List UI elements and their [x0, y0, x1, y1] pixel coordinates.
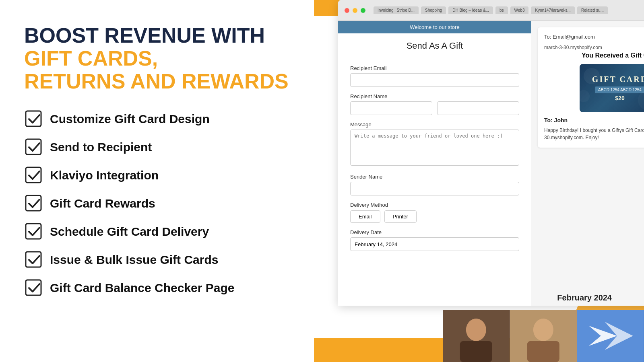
email-message: Happy Birthday! I bought you a Giftys Gi… — [544, 127, 644, 141]
thumbnail-person-2 — [510, 310, 577, 362]
checklist-label-klaviyo: Klaviyo Integration — [50, 169, 159, 182]
sender-name-input[interactable] — [350, 182, 519, 195]
headline-orange-2: RETURNS AND REWARDS — [24, 70, 289, 93]
browser-bar: Invoicing | Stripe D... Shopping DH Blog… — [338, 0, 644, 21]
check-icon — [24, 166, 43, 185]
svg-point-11 — [584, 68, 600, 84]
svg-rect-1 — [26, 139, 41, 154]
email-store-url: march-3-30.myshopify.com — [544, 45, 644, 50]
tab-shopping[interactable]: Shopping — [421, 6, 446, 14]
check-icon — [24, 194, 43, 213]
list-item: Issue & Bulk Issue Gift Cards — [24, 250, 290, 269]
email-card-title: You Received a Gift Card — [544, 52, 644, 59]
checklist-label-send: Send to Recipient — [50, 140, 152, 154]
svg-point-12 — [638, 90, 644, 110]
check-icon — [24, 222, 43, 241]
list-item: Gift Card Rewards — [24, 194, 290, 213]
tab-kyon[interactable]: Kyon147/laravel-s... — [531, 6, 574, 14]
message-label: Message — [350, 121, 519, 128]
message-textarea[interactable] — [350, 130, 519, 166]
features-checklist: Customize Gift Card Design Send to Recip… — [24, 109, 290, 298]
tab-related[interactable]: Related su... — [577, 6, 608, 14]
email-to: To: Email@gmail.com — [544, 34, 644, 40]
recipient-email-group: Recipient Email — [350, 65, 519, 87]
svg-rect-4 — [26, 224, 41, 239]
browser-tabs: Invoicing | Stripe D... Shopping DH Blog… — [374, 6, 608, 14]
recipient-name-label: Recipient Name — [350, 93, 519, 99]
checklist-label-rewards: Gift Card Rewards — [50, 197, 155, 210]
tab-invoicing[interactable]: Invoicing | Stripe D... — [374, 6, 419, 14]
checklist-label-balance: Gift Card Balance Checker Page — [50, 281, 235, 295]
browser-window: Invoicing | Stripe D... Shopping DH Blog… — [338, 0, 644, 306]
maximize-dot — [361, 8, 365, 13]
message-group: Message — [350, 121, 519, 167]
delivery-date-input[interactable] — [350, 237, 519, 251]
browser-content: Welcome to our store Send As A Gift Reci… — [338, 21, 644, 306]
bottom-thumbnails — [443, 310, 644, 362]
checklist-label-schedule: Schedule Gift Card Delivery — [50, 225, 209, 239]
recipient-last-name-input[interactable] — [437, 101, 519, 115]
headline-dark: BOOST REVENUE WITH — [24, 24, 265, 47]
form-title: Send As A Gift — [338, 33, 531, 57]
check-icon — [24, 138, 43, 157]
svg-rect-20 — [527, 341, 559, 362]
recipient-email-input[interactable] — [350, 73, 519, 87]
email-preview: To: Email@gmail.com march-3-30.myshopify… — [538, 27, 644, 148]
thumbnail-person-1 — [443, 310, 510, 362]
check-icon — [24, 109, 43, 129]
store-bar: Welcome to our store — [338, 21, 531, 33]
form-panel: Welcome to our store Send As A Gift Reci… — [338, 21, 531, 306]
delivery-date-group: Delivery Date — [350, 229, 519, 251]
email-recipient: To: John — [544, 117, 644, 123]
check-icon — [24, 250, 43, 269]
svg-rect-2 — [26, 167, 41, 183]
svg-point-16 — [466, 319, 486, 341]
tab-bs[interactable]: bs — [495, 6, 508, 14]
svg-rect-3 — [26, 195, 41, 211]
close-dot — [345, 8, 349, 13]
list-item: Send to Recipient — [24, 138, 290, 157]
right-panel: Invoicing | Stripe D... Shopping DH Blog… — [314, 0, 644, 362]
svg-rect-6 — [26, 280, 41, 295]
svg-point-19 — [533, 319, 553, 341]
thumbnail-arrow — [577, 310, 644, 362]
headline-orange-1: GIFT CARDS, — [24, 47, 158, 70]
delivery-method-label: Delivery Method — [350, 202, 519, 208]
list-item: Schedule Gift Card Delivery — [24, 222, 290, 241]
email-panel: To: Email@gmail.com march-3-30.myshopify… — [531, 21, 644, 306]
form-body: Recipient Email Recipient Name Message — [338, 57, 531, 265]
list-item: Customize Gift Card Design — [24, 109, 290, 129]
checklist-label-customize: Customize Gift Card Design — [50, 112, 210, 126]
recipient-email-label: Recipient Email — [350, 65, 519, 71]
list-item: Gift Card Balance Checker Page — [24, 278, 290, 298]
svg-rect-5 — [26, 252, 41, 267]
tab-web3[interactable]: Web3 — [510, 6, 529, 14]
tab-dh-blog[interactable]: DH Blog – Ideas &... — [448, 6, 493, 14]
delivery-date-label: Delivery Date — [350, 229, 519, 235]
recipient-first-name-input[interactable] — [350, 101, 432, 115]
gift-card-image: GIFT CARD ABCD 1254 ABCD 1254 $20 — [580, 64, 644, 112]
minimize-dot — [353, 8, 357, 13]
bottom-date: February 2024 — [557, 293, 612, 302]
check-icon — [24, 278, 43, 298]
svg-rect-0 — [26, 111, 41, 126]
left-panel: BOOST REVENUE WITH GIFT CARDS, RETURNS A… — [0, 0, 314, 362]
sender-name-group: Sender Name — [350, 174, 519, 195]
recipient-name-group: Recipient Name — [350, 93, 519, 115]
checklist-label-bulk: Issue & Bulk Issue Gift Cards — [50, 253, 218, 267]
headline: BOOST REVENUE WITH GIFT CARDS, RETURNS A… — [24, 24, 290, 93]
email-delivery-button[interactable]: Email — [350, 210, 380, 223]
svg-rect-17 — [460, 341, 492, 362]
svg-point-13 — [580, 90, 590, 102]
printer-delivery-button[interactable]: Printer — [384, 210, 417, 223]
list-item: Klaviyo Integration — [24, 166, 290, 185]
recipient-name-row — [350, 101, 519, 115]
delivery-method-group: Delivery Method Email Printer — [350, 202, 519, 223]
sender-name-label: Sender Name — [350, 174, 519, 180]
delivery-buttons: Email Printer — [350, 210, 519, 223]
